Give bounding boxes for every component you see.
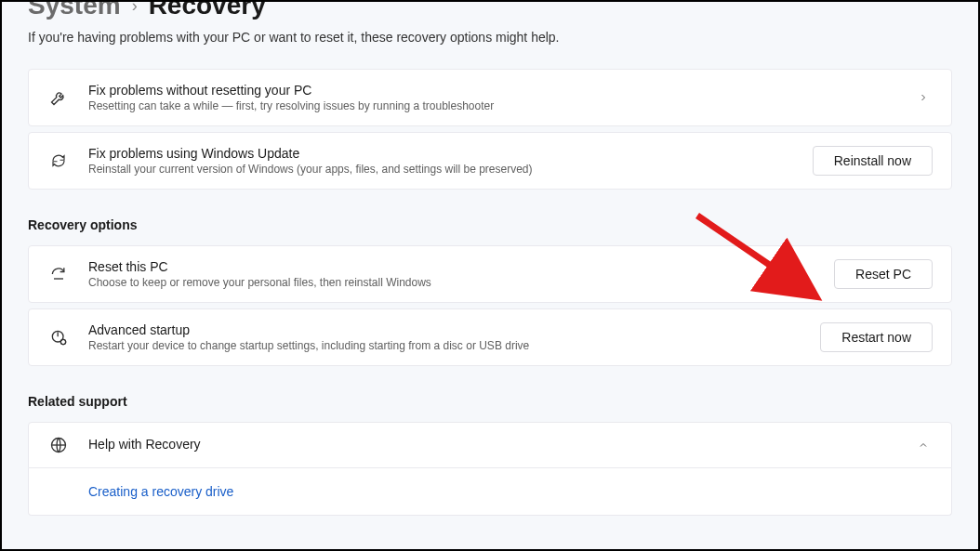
card-desc: Resetting can take a while — first, try …	[88, 99, 899, 112]
card-title: Help with Recovery	[88, 437, 899, 452]
reset-pc-button[interactable]: Reset PC	[834, 259, 933, 289]
reinstall-now-button[interactable]: Reinstall now	[813, 146, 933, 176]
chevron-up-icon	[918, 439, 933, 451]
breadcrumb: System › Recovery	[28, 0, 952, 20]
globe-help-icon	[47, 436, 70, 454]
power-gear-icon	[47, 328, 70, 347]
breadcrumb-parent[interactable]: System	[28, 0, 121, 20]
card-title: Reset this PC	[88, 259, 815, 274]
section-related-support: Related support	[28, 394, 952, 409]
help-link-row: Creating a recovery drive	[28, 468, 952, 516]
card-windows-update: Fix problems using Windows Update Reinst…	[28, 132, 952, 190]
card-title: Fix problems without resetting your PC	[88, 83, 899, 98]
card-troubleshoot[interactable]: Fix problems without resetting your PC R…	[28, 69, 952, 126]
page-subtitle: If you're having problems with your PC o…	[28, 30, 952, 45]
sync-icon	[47, 152, 70, 169]
section-recovery-options: Recovery options	[28, 217, 952, 232]
card-desc: Reinstall your current version of Window…	[88, 163, 794, 176]
creating-recovery-drive-link[interactable]: Creating a recovery drive	[88, 484, 233, 499]
card-help-with-recovery[interactable]: Help with Recovery	[28, 422, 952, 468]
card-reset-pc: Reset this PC Choose to keep or remove y…	[28, 245, 952, 303]
card-desc: Choose to keep or remove your personal f…	[88, 276, 815, 289]
breadcrumb-current: Recovery	[149, 0, 266, 20]
card-title: Fix problems using Windows Update	[88, 146, 794, 161]
reset-icon	[47, 265, 70, 283]
card-title: Advanced startup	[88, 322, 801, 337]
chevron-right-icon: ›	[132, 0, 138, 16]
card-desc: Restart your device to change startup se…	[88, 339, 801, 352]
restart-now-button[interactable]: Restart now	[820, 322, 933, 352]
wrench-icon	[47, 88, 70, 107]
card-advanced-startup: Advanced startup Restart your device to …	[28, 308, 952, 366]
chevron-right-icon	[918, 92, 933, 103]
